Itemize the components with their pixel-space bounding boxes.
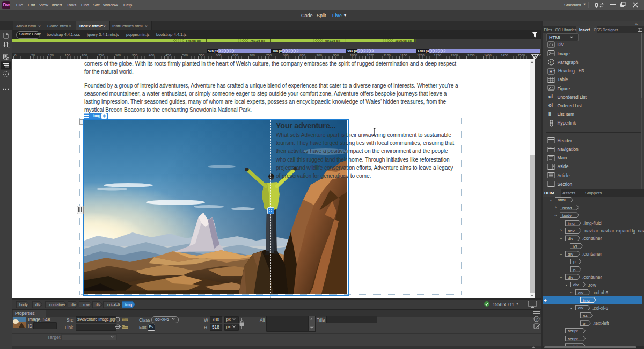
svg-text:767.98 px: 767.98 px	[250, 39, 265, 42]
svg-text:?: ?	[536, 317, 538, 322]
svg-text:1200 px: 1200 px	[418, 49, 430, 53]
svg-text:768 px: 768 px	[273, 49, 283, 53]
svg-text:575.98 px: 575.98 px	[186, 39, 201, 42]
svg-text:992 px: 992 px	[348, 49, 358, 53]
svg-text:991.98 px: 991.98 px	[325, 39, 340, 42]
svg-text:H: H	[549, 69, 552, 74]
svg-text:P: P	[550, 60, 553, 64]
svg-text:576 px: 576 px	[208, 49, 219, 53]
svg-text:1199.98 px: 1199.98 px	[395, 39, 412, 42]
